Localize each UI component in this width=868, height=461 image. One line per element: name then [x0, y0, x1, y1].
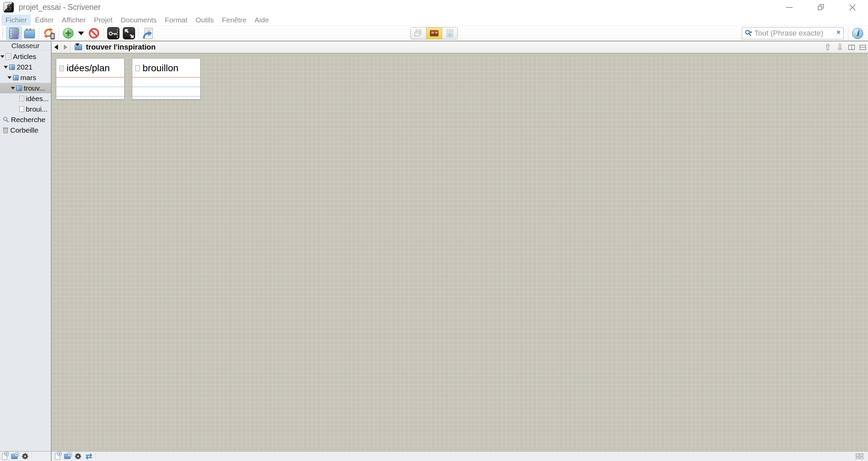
toolbar-separator — [138, 27, 139, 39]
window-controls — [773, 0, 868, 15]
add-item-button[interactable] — [60, 26, 76, 40]
keywords-key-icon — [107, 27, 119, 39]
toolbar-separator — [103, 27, 104, 39]
menu-format[interactable]: Format — [161, 15, 192, 25]
tree-item-2021[interactable]: 2021 — [0, 62, 51, 72]
binder-options-button[interactable] — [20, 452, 31, 461]
tree-item-brouillon[interactable]: broui... — [0, 104, 51, 114]
history-forward-button[interactable] — [61, 41, 71, 53]
tree-item-recherche[interactable]: Recherche — [0, 114, 51, 125]
prohibition-icon — [88, 27, 100, 39]
titlebar: S projet_essai - Scrivener — [0, 0, 868, 15]
header-folder-icon[interactable] — [75, 44, 82, 50]
compile-export-button[interactable] — [140, 26, 156, 40]
footer-separator — [32, 453, 32, 460]
binder-footer: + + — [0, 451, 51, 461]
restore-icon — [818, 5, 823, 10]
inspector-info-button[interactable]: i — [852, 28, 863, 39]
binder-header: Classeur — [0, 41, 51, 50]
collections-folder-icon — [24, 30, 35, 38]
search-clear-button[interactable]: × — [836, 29, 841, 36]
chevron-expanded-icon[interactable] — [4, 66, 8, 69]
sync-mobile-button[interactable] — [41, 26, 57, 40]
trash-icon — [3, 127, 8, 133]
corkboard[interactable]: idées/plan brouillon — [52, 54, 868, 451]
menu-outils[interactable]: Outils — [191, 15, 218, 25]
tree-item-idees[interactable]: idées... — [0, 93, 51, 104]
new-document-icon: + — [2, 453, 7, 460]
tree-item-mars[interactable]: mars — [0, 72, 51, 83]
menu-fichier[interactable]: Fichier — [1, 15, 31, 25]
history-back-button[interactable] — [52, 41, 61, 53]
sync-arrows-icon — [42, 27, 55, 40]
main-area: Classeur Articles 2021 mars — [0, 41, 868, 461]
compose-mode-button[interactable] — [121, 26, 137, 40]
toolbar-grip-handle[interactable] — [2, 28, 3, 38]
folder-icon — [13, 75, 19, 80]
binder-tree: Articles 2021 mars trouv... — [0, 50, 51, 451]
tree-item-articles[interactable]: Articles — [0, 51, 51, 62]
toolbar: Tout (Phrase exacte) × i — [0, 25, 868, 41]
new-folder-icon: + — [64, 454, 71, 459]
document-view-button[interactable] — [411, 27, 426, 39]
close-icon — [848, 3, 856, 12]
new-folder-button[interactable]: + — [9, 452, 20, 461]
card-rule — [132, 77, 200, 78]
new-document-button[interactable]: + — [0, 452, 9, 461]
card-rule — [132, 96, 200, 97]
index-card-brouillon[interactable]: brouillon — [132, 58, 201, 99]
folder-icon — [9, 64, 15, 70]
card-rule — [56, 87, 124, 87]
folder-icon — [16, 85, 22, 91]
chevron-expanded-icon[interactable] — [11, 87, 15, 90]
menu-afficher[interactable]: Afficher — [58, 15, 90, 25]
corkboard-view-icon — [430, 30, 438, 36]
swap-documents-button[interactable]: ⇄ — [83, 452, 94, 461]
menu-aide[interactable]: Aide — [250, 15, 273, 25]
previous-document-button[interactable]: ⇧ — [824, 43, 831, 52]
tree-item-trouver[interactable]: trouv... — [0, 83, 51, 93]
next-document-button[interactable]: ⇩ — [836, 43, 844, 52]
forward-arrow-icon — [64, 44, 68, 50]
binder-sidebar: Classeur Articles 2021 mars — [0, 41, 51, 461]
blank-doc-icon — [135, 65, 140, 71]
card-grid-icon — [856, 454, 863, 459]
chevron-expanded-icon[interactable] — [0, 55, 4, 58]
corkboard-options-button[interactable] — [73, 452, 83, 461]
close-button[interactable] — [836, 0, 868, 15]
split-vertical-button[interactable] — [848, 45, 855, 50]
menu-editer[interactable]: Éditer — [31, 15, 58, 25]
fullscreen-arrows-icon — [123, 27, 135, 39]
scrivener-window: S projet_essai - Scrivener Fichier Édite… — [0, 0, 868, 461]
add-item-dropdown-button[interactable] — [76, 26, 86, 40]
editor-header-controls: ⇧ ⇩ — [824, 43, 866, 52]
new-document-button[interactable]: + — [53, 452, 62, 461]
menu-projet[interactable]: Projet — [90, 15, 117, 25]
chevron-expanded-icon[interactable] — [7, 76, 12, 79]
document-view-icon — [415, 30, 422, 37]
footer-separator — [95, 453, 96, 460]
card-size-button[interactable] — [854, 452, 865, 461]
split-horizontal-button[interactable] — [860, 45, 866, 50]
new-folder-button[interactable]: + — [62, 452, 73, 461]
collections-toggle-button[interactable] — [22, 26, 37, 40]
binder-toggle-button[interactable] — [6, 26, 22, 40]
text-doc-icon — [59, 65, 64, 71]
keywords-button[interactable] — [106, 26, 121, 40]
view-mode-segmented-control — [410, 27, 458, 39]
menu-fenetre[interactable]: Fenêtre — [218, 15, 250, 25]
outliner-view-button[interactable] — [442, 27, 457, 39]
index-card-idees-plan[interactable]: idées/plan — [56, 58, 125, 99]
editor-pane: trouver l'inspiration ⇧ ⇩ idées/plan — [52, 41, 868, 461]
corkboard-view-button[interactable] — [426, 27, 442, 39]
toolbar-separator — [848, 26, 848, 40]
text-doc-icon — [19, 96, 24, 101]
outliner-view-icon — [447, 30, 453, 37]
minimize-button[interactable] — [773, 0, 805, 15]
tree-item-corbeille[interactable]: Corbeille — [0, 125, 51, 135]
project-search-input[interactable]: Tout (Phrase exacte) × — [742, 27, 844, 39]
remove-item-button[interactable] — [86, 26, 102, 40]
menu-documents[interactable]: Documents — [117, 15, 161, 25]
restore-button[interactable] — [805, 0, 836, 15]
card-rule — [56, 96, 124, 97]
